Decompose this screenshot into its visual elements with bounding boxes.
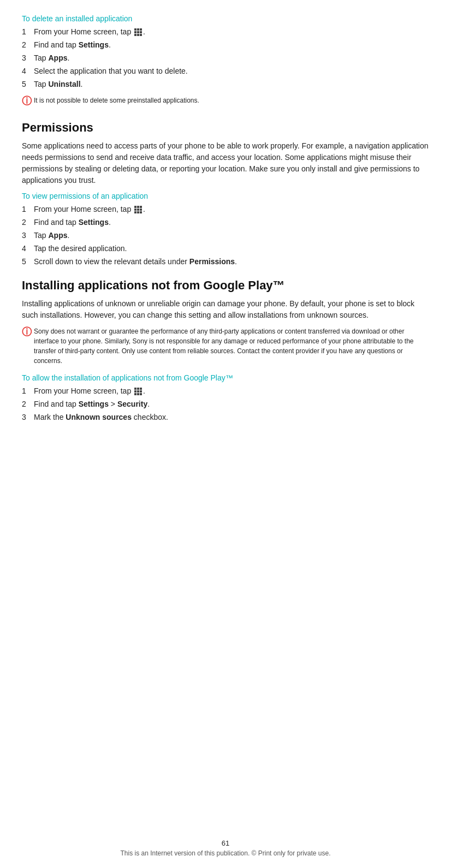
list-item: 1 From your Home screen, tap . [22,26,429,38]
step-text: Find and tap Settings > Security. [34,399,429,410]
list-item: 2 Find and tap Settings > Security. [22,399,429,410]
warning-icon: ⓘ [22,325,34,338]
step-number: 5 [22,256,34,267]
footer-note: This is an Internet version of this publ… [0,849,451,857]
grid-icon [134,28,142,36]
step-text: Tap Apps. [34,230,429,241]
list-item: 2 Find and tap Settings. [22,217,429,228]
step-number: 4 [22,243,34,254]
installing-body: Installing applications of unknown or un… [22,298,429,321]
allow-installation-steps-list: 1 From your Home screen, tap . 2 Find an… [22,385,429,423]
delete-steps-list: 1 From your Home screen, tap . 2 Find an… [22,26,429,90]
list-item: 3 Mark the Unknown sources checkbox. [22,412,429,423]
step-number: 2 [22,39,34,51]
step-number: 3 [22,230,34,241]
list-item: 1 From your Home screen, tap . [22,204,429,215]
step-number: 2 [22,217,34,228]
note-text: Sony does not warrant or guarantee the p… [34,326,429,366]
installing-note: ⓘ Sony does not warrant or guarantee the… [22,326,429,366]
list-item: 3 Tap Apps. [22,230,429,241]
installing-heading: Installing applications not from Google … [22,278,429,293]
permissions-heading: Permissions [22,121,429,135]
view-permissions-steps-list: 1 From your Home screen, tap . 2 Find an… [22,204,429,267]
step-number: 4 [22,66,34,77]
page-footer: 61 This is an Internet version of this p… [0,839,451,857]
step-number: 5 [22,79,34,90]
list-item: 3 Tap Apps. [22,52,429,64]
note-text: It is not possible to delete some preins… [34,96,199,105]
step-text: Mark the Unknown sources checkbox. [34,412,429,423]
step-text: Tap Uninstall. [34,79,429,90]
list-item: 4 Tap the desired application. [22,243,429,254]
step-number: 3 [22,412,34,423]
step-number: 1 [22,204,34,215]
view-permissions-subtitle: To view permissions of an application [22,192,429,200]
step-text: Tap Apps. [34,52,429,64]
step-text: From your Home screen, tap . [34,204,429,215]
warning-icon: ⓘ [22,94,34,108]
page-content: To delete an installed application 1 Fro… [0,0,451,472]
delete-section-title: To delete an installed application [22,14,429,23]
allow-installation-subtitle: To allow the installation of application… [22,373,429,382]
step-text: From your Home screen, tap . [34,385,429,397]
list-item: 4 Select the application that you want t… [22,66,429,77]
grid-icon [134,206,142,213]
list-item: 5 Scroll down to view the relevant detai… [22,256,429,267]
step-number: 1 [22,385,34,397]
step-number: 3 [22,52,34,64]
step-text: Scroll down to view the relevant details… [34,256,429,267]
step-number: 2 [22,399,34,410]
grid-icon [134,388,142,395]
permissions-body: Some applications need to access parts o… [22,140,429,186]
list-item: 1 From your Home screen, tap . [22,385,429,397]
step-text: Select the application that you want to … [34,66,429,77]
list-item: 2 Find and tap Settings. [22,39,429,51]
page-number: 61 [0,839,451,847]
step-text: Find and tap Settings. [34,217,429,228]
list-item: 5 Tap Uninstall. [22,79,429,90]
step-number: 1 [22,26,34,38]
step-text: From your Home screen, tap . [34,26,429,38]
delete-note: ⓘ It is not possible to delete some prei… [22,96,429,108]
step-text: Tap the desired application. [34,243,429,254]
step-text: Find and tap Settings. [34,39,429,51]
